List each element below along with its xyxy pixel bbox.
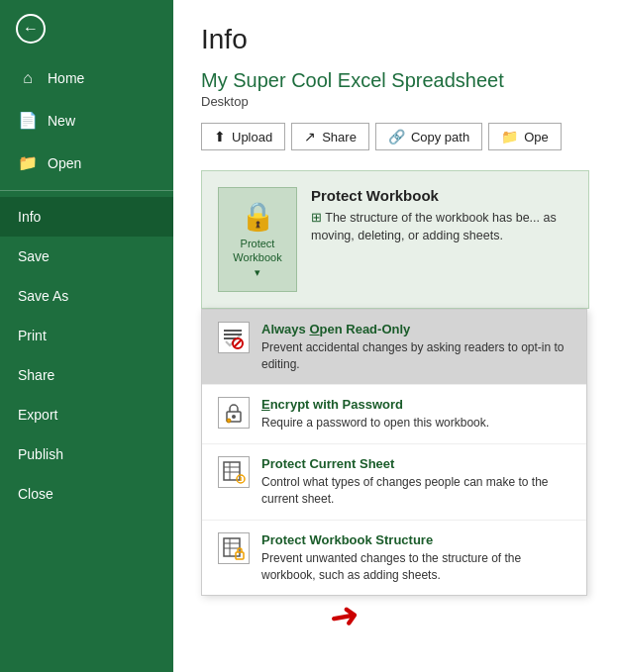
sidebar-item-save-as[interactable]: Save As: [0, 276, 173, 316]
action-buttons: ⬆ Upload ↗ Share 🔗 Copy path 📁 Ope: [201, 123, 589, 150]
file-name: My Super Cool Excel Spreadsheet: [201, 69, 589, 92]
protect-icon-label: ProtectWorkbook ▾: [233, 237, 282, 279]
copy-path-icon: 🔗: [388, 129, 405, 144]
sidebar-item-label: Share: [18, 367, 54, 383]
share-button[interactable]: ↗ Share: [291, 123, 369, 150]
dropdown-item-encrypt[interactable]: Encrypt with Password Require a password…: [202, 385, 586, 444]
sidebar-item-label: Save As: [18, 288, 68, 304]
sheet-title: Protect Current Sheet: [261, 456, 570, 471]
sidebar-item-print[interactable]: Print: [0, 316, 173, 355]
main-panel: Info My Super Cool Excel Spreadsheet Des…: [173, 0, 617, 672]
open-folder-icon: 📁: [501, 129, 518, 144]
sidebar-item-label: Export: [18, 407, 57, 423]
file-location: Desktop: [201, 94, 589, 109]
structure-title: Protect Workbook Structure: [261, 532, 570, 547]
upload-button[interactable]: ⬆ Upload: [201, 123, 285, 150]
readonly-icon: [218, 322, 250, 353]
dropdown-item-sheet[interactable]: Protect Current Sheet Control what types…: [202, 444, 586, 521]
structure-description: Prevent unwanted changes to the structur…: [261, 550, 570, 584]
protect-description: The structure of the workbook has be... …: [311, 211, 557, 242]
protect-text: Protect Workbook ⊞ The structure of the …: [311, 187, 572, 244]
sidebar-item-info[interactable]: Info: [0, 197, 173, 237]
sidebar-item-share[interactable]: Share: [0, 355, 173, 395]
sheet-icon: [218, 456, 250, 488]
protect-dropdown: Always Open Read-Only Prevent accidental…: [201, 309, 587, 597]
structure-icon: [218, 532, 250, 564]
encrypt-text: Encrypt with Password Require a password…: [261, 397, 489, 432]
open-location-button[interactable]: 📁 Ope: [488, 123, 562, 150]
encrypt-title: Encrypt with Password: [261, 397, 489, 412]
sidebar-item-home[interactable]: ⌂ Home: [0, 57, 173, 99]
encrypt-description: Require a password to open this workbook…: [261, 415, 489, 432]
sidebar-item-new[interactable]: 📄 New: [0, 99, 173, 142]
content-wrapper: 🔒 ProtectWorkbook ▾ Protect Workbook ⊞ T…: [201, 170, 589, 596]
sidebar-item-label: Publish: [18, 446, 63, 462]
sidebar-item-publish[interactable]: Publish: [0, 434, 173, 474]
encrypt-icon: [218, 397, 250, 429]
main-content: Info My Super Cool Excel Spreadsheet Des…: [173, 0, 617, 672]
open-icon: 📁: [18, 153, 38, 172]
sidebar-item-label: Home: [48, 70, 84, 86]
back-button[interactable]: ←: [0, 0, 173, 57]
readonly-title: Always Open Read-Only: [261, 322, 570, 336]
lock-icon: 🔒: [241, 200, 275, 233]
readonly-text: Always Open Read-Only Prevent accidental…: [261, 322, 570, 373]
protect-title: Protect Workbook: [311, 187, 572, 204]
dropdown-item-readonly[interactable]: Always Open Read-Only Prevent accidental…: [202, 310, 586, 386]
share-icon: ↗: [304, 129, 316, 144]
sidebar-item-close[interactable]: Close: [0, 474, 173, 514]
svg-rect-14: [224, 538, 240, 556]
sheet-text: Protect Current Sheet Control what types…: [261, 456, 570, 508]
sidebar-item-export[interactable]: Export: [0, 395, 173, 434]
sidebar-item-open[interactable]: 📁 Open: [0, 142, 173, 184]
dropdown-item-structure[interactable]: Protect Workbook Structure Prevent unwan…: [202, 521, 586, 596]
sheet-description: Control what types of changes people can…: [261, 474, 570, 508]
svg-point-7: [227, 419, 231, 423]
red-arrow-indicator: ➜: [327, 594, 363, 640]
sidebar-item-label: Close: [18, 486, 53, 502]
svg-point-6: [232, 415, 236, 419]
upload-icon: ⬆: [214, 129, 226, 144]
sidebar: ← ⌂ Home 📄 New 📁 Open Info Save Save As …: [0, 0, 173, 672]
page-title: Info: [201, 24, 589, 55]
home-icon: ⌂: [18, 69, 38, 87]
new-icon: 📄: [18, 111, 38, 130]
sidebar-item-label: New: [48, 113, 75, 129]
structure-text: Protect Workbook Structure Prevent unwan…: [261, 532, 570, 584]
copy-path-button[interactable]: 🔗 Copy path: [375, 123, 482, 150]
protect-workbook-button[interactable]: 🔒 ProtectWorkbook ▾: [218, 187, 297, 292]
sidebar-item-label: Open: [48, 155, 81, 171]
sidebar-item-label: Print: [18, 328, 47, 343]
sidebar-item-save[interactable]: Save: [0, 237, 173, 276]
readonly-description: Prevent accidental changes by asking rea…: [261, 339, 570, 373]
sidebar-item-label: Save: [18, 248, 50, 264]
protect-section: 🔒 ProtectWorkbook ▾ Protect Workbook ⊞ T…: [201, 170, 589, 309]
back-icon: ←: [16, 14, 46, 44]
sidebar-item-label: Info: [18, 209, 41, 225]
